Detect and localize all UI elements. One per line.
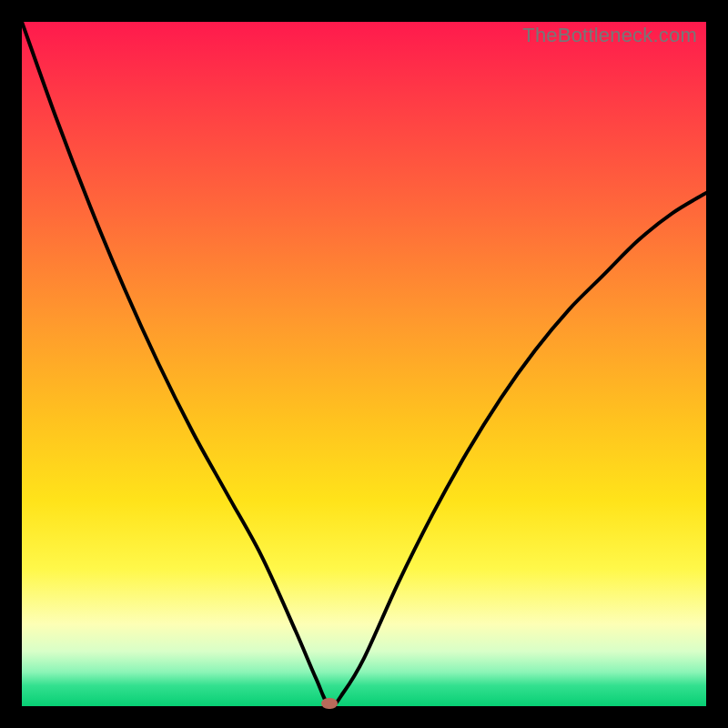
bottleneck-curve (22, 22, 706, 706)
chart-frame: TheBottleneck.com (0, 0, 728, 728)
optimal-point-marker (321, 698, 338, 709)
curve-path (22, 22, 706, 706)
chart-plot-area: TheBottleneck.com (22, 22, 706, 706)
